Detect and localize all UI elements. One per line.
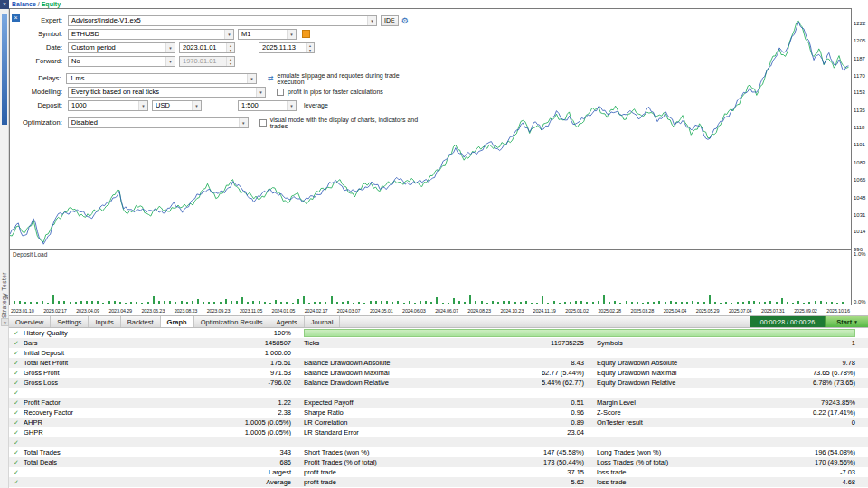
currency-select[interactable]: USD ▾: [152, 100, 202, 111]
deposit-load-bar: [475, 301, 476, 304]
stats-row-history-quality: ✓History Quality100%: [9, 328, 868, 338]
currency-value: USD: [156, 101, 192, 109]
tab-settings[interactable]: Settings: [51, 316, 89, 327]
strategy-tester-title: Strategy Tester: [1, 272, 7, 318]
date-mode-select[interactable]: Custom period ▾: [68, 42, 175, 53]
deposit-load-bar: [331, 296, 333, 304]
legend-equity: Equity: [42, 1, 61, 7]
deposit-load-bar: [36, 302, 38, 304]
start-button[interactable]: Start ▾: [825, 316, 868, 327]
date-mode-value: Custom period: [71, 43, 165, 52]
tab-overview[interactable]: Overview: [9, 316, 51, 327]
deposit-load-bar: [525, 301, 527, 304]
stat-value: 1458507: [168, 339, 291, 347]
chevron-down-icon[interactable]: ▾: [192, 101, 201, 110]
modelling-label: Modelling:: [23, 88, 62, 96]
panel-close-icon[interactable]: ×: [1, 318, 9, 326]
chevron-down-icon[interactable]: ▾: [247, 74, 256, 83]
delays-select[interactable]: 1 ms ▾: [66, 73, 257, 84]
stat-label: Initial Deposit: [24, 349, 168, 357]
deposit-label: Deposit:: [23, 101, 62, 109]
chevron-down-icon[interactable]: ▾: [165, 57, 175, 66]
x-axis-label: 2024.03.07: [337, 308, 361, 314]
chevron-down-icon[interactable]: ▾: [287, 30, 296, 39]
expert-select[interactable]: Advisors\Inside-V1.ex5 ▾: [68, 15, 377, 26]
x-axis-label: 2023.02.17: [43, 308, 67, 314]
chevron-down-icon[interactable]: ▾: [367, 16, 376, 25]
deposit-load-bar: [141, 303, 143, 305]
tab-backtest[interactable]: Backtest: [121, 316, 161, 327]
chevron-down-icon[interactable]: ▾: [239, 118, 248, 127]
deposit-load-bar: [737, 302, 739, 304]
period-select[interactable]: M1 ▾: [238, 29, 297, 40]
forward-select[interactable]: No ▾: [68, 56, 175, 67]
forward-date-input: 1970.01.01 ▴▾: [179, 56, 235, 67]
tab-optimization-results[interactable]: Optimization Results: [194, 316, 270, 327]
date-from-input[interactable]: 2023.01.01 ▴▾: [179, 42, 235, 53]
delays-label: Delays:: [23, 74, 61, 82]
check-icon: ✓: [9, 469, 24, 476]
start-caret-icon[interactable]: ▾: [854, 319, 857, 324]
deposit-load-bar: [553, 301, 555, 305]
deposit-load-bar: [647, 302, 649, 304]
symbol-row: Symbol: ETHUSD ▾ M1 ▾: [23, 28, 422, 40]
open-chart-icon[interactable]: [302, 30, 310, 38]
date-to-input[interactable]: 2025.11.13 ▴▾: [259, 42, 315, 53]
leverage-note: leverage: [304, 102, 328, 108]
chevron-down-icon[interactable]: ▾: [224, 30, 233, 39]
leverage-select[interactable]: 1:500 ▾: [238, 100, 297, 111]
deposit-load-bar: [153, 296, 155, 304]
chevron-down-icon[interactable]: ▾: [287, 101, 296, 110]
stats-row-average: ✓Averageprofit trade5.62loss trade-4.68: [9, 477, 868, 487]
deposit-load-bar: [192, 301, 193, 304]
optimization-select[interactable]: Disabled ▾: [68, 117, 249, 128]
deposit-load-bar: [269, 303, 271, 304]
tab-graph[interactable]: Graph: [161, 316, 194, 327]
symbol-select[interactable]: ETHUSD ▾: [68, 29, 234, 40]
close-icon[interactable]: ×: [0, 0, 9, 9]
stat-value: 73.65 (6.78%): [774, 369, 868, 377]
deposit-load-bar: [497, 302, 499, 304]
spinner-icon[interactable]: ▴▾: [306, 43, 314, 52]
settings-close-icon[interactable]: ×: [12, 14, 20, 22]
stat-value: 1.22: [168, 399, 291, 407]
deposit-load-bar: [469, 295, 471, 304]
modelling-select[interactable]: Every tick based on real ticks ▾: [68, 87, 266, 98]
chevron-down-icon[interactable]: ▾: [138, 101, 147, 110]
stat-label: Total Net Profit: [24, 359, 168, 367]
check-icon: ✓: [9, 330, 24, 337]
deposit-load-bar: [303, 296, 305, 304]
deposit-load-bar: [181, 301, 183, 304]
tab-list: OverviewSettingsInputsBacktestGraphOptim…: [9, 316, 340, 327]
stat-label: Long Trades (won %): [584, 448, 774, 456]
tab-agents[interactable]: Agents: [269, 316, 304, 327]
ide-button[interactable]: IDE: [381, 15, 399, 26]
stat-label: Ticks: [291, 339, 476, 347]
date-to-value: 2025.11.13: [262, 43, 306, 52]
chevron-down-icon[interactable]: ▾: [256, 88, 265, 97]
balance-equity-chart[interactable]: × Expert: Advisors\Inside-V1.ex5 ▾ IDE ⚙…: [9, 8, 852, 250]
tab-inputs[interactable]: Inputs: [89, 316, 120, 327]
deposit-input[interactable]: 1000 ▾: [68, 100, 148, 111]
chevron-down-icon[interactable]: ▾: [165, 43, 175, 52]
deposit-load-bar: [508, 301, 510, 304]
stat-label: Balance Drawdown Absolute: [291, 359, 476, 367]
deposit-load-bar: [241, 297, 243, 304]
legend-strip: Balance / Equity: [9, 0, 868, 8]
symbol-value: ETHUSD: [71, 30, 224, 38]
deposit-load-bar: [169, 301, 171, 304]
deposit-load-bar: [203, 302, 204, 304]
tab-journal[interactable]: Journal: [305, 316, 341, 327]
profit-in-pips-checkbox[interactable]: [277, 89, 284, 96]
deposit-load-bar: [358, 302, 360, 305]
visual-mode-checkbox[interactable]: [259, 119, 267, 127]
stats-row-ghpr: ✓GHPR1.0005 (0.05%)LR Standard Error23.0…: [9, 427, 868, 437]
stat-label: OnTester result: [584, 418, 774, 427]
deposit-load-bar: [580, 301, 582, 304]
spinner-icon[interactable]: ▴▾: [226, 43, 234, 52]
expert-settings-gear-icon[interactable]: ⚙: [401, 15, 409, 26]
forward-row: Forward: No ▾ 1970.01.01 ▴▾: [23, 55, 422, 67]
stats-row-bars: ✓Bars1458507Ticks119735225Symbols1: [9, 338, 868, 348]
stat-label: Margin Level: [584, 399, 774, 407]
test-time-display: 00:00:28 / 00:00:26: [750, 316, 825, 327]
